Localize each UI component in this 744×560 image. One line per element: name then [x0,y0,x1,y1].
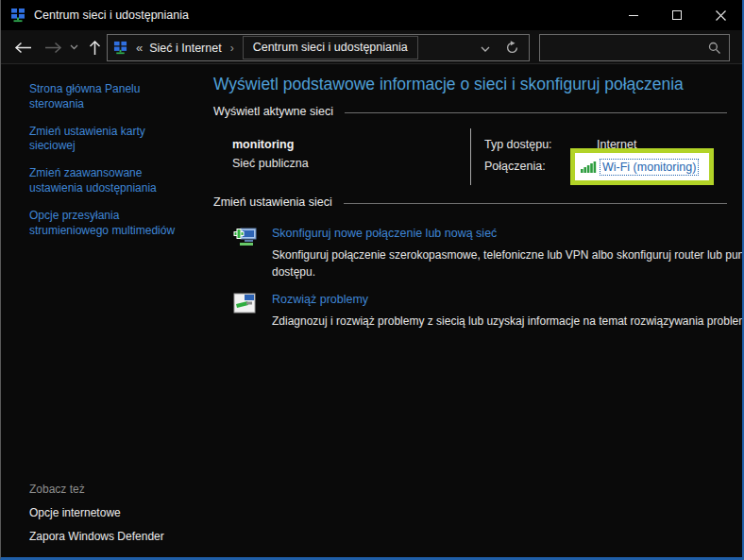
change-settings-section-header: Zmień ustawienia sieci [213,195,727,209]
back-button[interactable] [8,30,37,64]
wifi-signal-icon [581,160,597,177]
close-button[interactable] [699,0,742,30]
main-panel: Wyświetl podstawowe informacje o sieci i… [213,64,727,557]
breadcrumb-segment-current[interactable]: Centrum sieci i udostępniania [243,36,418,59]
troubleshoot-icon [232,291,258,316]
window-title: Centrum sieci i udostępniania [34,8,189,22]
window-controls [612,0,742,30]
arrow-right-icon [44,42,62,54]
sidebar-item-media-streaming-options[interactable]: Opcje przesyłania strumieniowego multime… [29,209,180,239]
wifi-connection-link[interactable]: Wi-Fi (monitoring) [600,160,698,175]
arrow-up-icon [89,40,101,56]
minimize-icon [629,15,638,16]
recent-pages-button[interactable] [65,30,82,64]
sidebar: Strona główna Panelu sterowania Zmień us… [1,64,213,557]
section-rule [344,203,727,204]
address-dropdown-button[interactable] [481,40,490,57]
new-connection-icon [232,225,258,250]
change-settings-section-label: Zmień ustawienia sieci [213,195,332,209]
see-also-group: Zobacz też Opcje internetowe Zapora Wind… [29,483,199,553]
chevron-down-icon [70,44,78,50]
troubleshoot-problems-description: Zdiagnozuj i rozwiąż problemy z siecią l… [272,313,744,330]
sidebar-item-internet-options[interactable]: Opcje internetowe [29,506,199,519]
arrow-left-icon [14,42,32,54]
navigation-bar: « Sieć i Internet › Centrum sieci i udos… [1,30,742,64]
network-divider [470,128,471,185]
close-icon [716,10,726,21]
refresh-button[interactable] [505,41,519,55]
sidebar-item-control-panel-home[interactable]: Strona główna Panelu sterowania [29,82,180,112]
sidebar-links: Strona główna Panelu sterowania Zmień us… [29,82,185,251]
breadcrumb-segment-siec-i-internet[interactable]: Sieć i Internet [149,42,221,55]
maximize-button[interactable] [655,0,699,30]
chevron-down-icon [481,46,490,53]
connections-label: Połączenia: [484,160,546,173]
troubleshoot-problems-link[interactable]: Rozwiąż problemy [272,293,368,306]
content-area: Strona główna Panelu sterowania Zmień us… [1,64,742,557]
active-networks-section-header: Wyświetl aktywne sieci [213,105,727,118]
titlebar: Centrum sieci i udostępniania [1,0,742,30]
page-title: Wyświetl podstawowe informacje o sieci i… [213,75,684,94]
refresh-icon [505,41,519,55]
breadcrumb-separator-icon: › [230,42,234,55]
access-type-label: Typ dostępu: [484,138,552,151]
network-sharing-center-icon-small [113,41,127,55]
maximize-icon [672,10,682,20]
forward-button[interactable] [39,30,67,64]
highlight-annotation-box: Wi-Fi (monitoring) [570,148,714,185]
search-input[interactable] [548,42,708,55]
breadcrumb-overflow-chevrons[interactable]: « [136,41,143,55]
setup-new-connection-link[interactable]: Skonfiguruj nowe połączenie lub nową sie… [272,227,497,240]
sidebar-item-change-adapter-settings[interactable]: Zmień ustawienia karty sieciowej [29,125,180,155]
network-sharing-center-icon [10,8,25,23]
search-icon[interactable] [708,42,721,55]
section-rule [345,112,727,113]
minimize-button[interactable] [612,0,655,30]
see-also-header: Zobacz też [29,483,199,496]
network-type: Sieć publiczna [232,157,309,170]
network-name: monitoring [232,138,294,151]
active-networks-section-label: Wyświetl aktywne sieci [213,105,333,118]
up-button[interactable] [82,30,107,64]
search-box[interactable] [539,34,730,61]
address-bar[interactable]: « Sieć i Internet › Centrum sieci i udos… [107,34,530,61]
sidebar-item-advanced-sharing-settings[interactable]: Zmień zaawansowane ustawienia udostępnia… [29,166,180,196]
setup-new-connection-description: Skonfiguruj połączenie szerokopasmowe, t… [272,246,744,280]
sidebar-item-windows-defender-firewall[interactable]: Zapora Windows Defender [29,530,199,543]
